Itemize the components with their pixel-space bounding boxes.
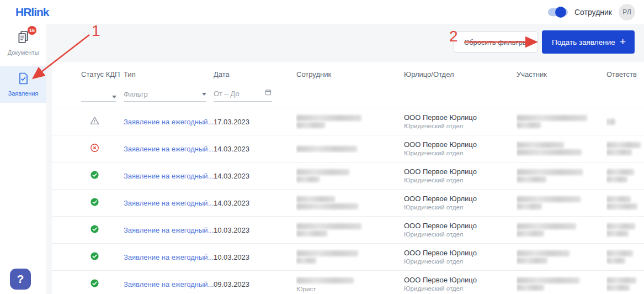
org-cell: ООО Первое Юрлицо Юридический отдел [404,195,517,211]
org-name: ООО Первое Юрлицо [404,276,517,284]
employee-cell [296,167,404,184]
table-row[interactable]: Заявление на ежегодный... 17.03.2023 ООО… [52,108,644,135]
submit-statement-button[interactable]: Подать заявление + [542,30,635,54]
redacted-text [606,223,635,229]
redacted-text [296,223,361,229]
date-range-input[interactable]: От – До [214,88,272,102]
sidebar-item-label: Заявления [0,90,46,97]
redacted-text [606,176,627,182]
status-cell [81,143,124,155]
employee-redacted [296,113,404,130]
responsible-cell [606,140,644,157]
col-header-participant: Участник [517,70,606,78]
status-filter-select[interactable] [81,96,116,102]
participant-cell [517,249,606,265]
chevron-down-icon [112,96,116,98]
participant-cell [517,113,606,130]
org-department: Юридический отдел [404,203,517,211]
status-cell [81,224,124,237]
statement-type-link[interactable]: Заявление на ежегодный... [124,118,214,126]
redacted-text [296,203,358,209]
redacted-text [606,142,641,148]
col-header-date: Дата [214,70,296,78]
org-cell: ООО Первое Юрлицо Юридический отдел [404,140,517,157]
help-button[interactable]: ? [10,269,31,290]
sidebar-item-statements[interactable]: Заявления [0,66,46,103]
responsible-cell [606,117,644,126]
statement-type-link[interactable]: Заявление на ежегодный... [124,145,214,153]
redacted-text [517,285,544,291]
redacted-text [296,115,361,121]
statement-type-link[interactable]: Заявление на ежегодный... [124,253,214,261]
sidebar-item-documents[interactable]: 16 Документы [0,24,46,62]
table-body: Заявление на ежегодный... 17.03.2023 ООО… [52,108,644,294]
status-cell [81,251,124,264]
responsible-redacted [606,167,644,184]
redacted-text [296,176,320,182]
redacted-text [296,250,358,256]
statement-date: 14.03.2023 [214,145,296,153]
redacted-text [296,146,357,152]
org-department: Юридический отдел [404,176,517,184]
redacted-text [296,230,327,237]
statement-date: 10.03.2023 [214,226,296,234]
org-name: ООО Первое Юрлицо [404,167,517,176]
status-cell [81,170,124,182]
redacted-text [517,142,564,148]
sidebar: 16 Документы Заявления ? [0,24,46,294]
statement-type-link[interactable]: Заявление на ежегодный... [124,172,214,180]
org-department: Юридический отдел [404,149,517,157]
redacted-text [517,230,544,237]
avatar[interactable]: РЛ [619,4,635,20]
redacted-text [606,149,632,155]
col-header-org: Юрлицо/Отдел [404,70,517,78]
topbar: HRlink Сотрудник РЛ [0,0,644,24]
statement-type-link[interactable]: Заявление на ежегодный... [124,280,214,288]
status-success-icon [89,170,100,182]
redacted-text [517,115,587,121]
org-department: Юридический отдел [404,230,517,238]
org-name: ООО Первое Юрлицо [404,113,517,122]
table-row[interactable]: Заявление на ежегодный... 14.03.2023 ООО… [52,135,644,162]
org-cell: ООО Первое Юрлицо Юридический отдел [404,167,517,184]
type-filter-select[interactable]: Фильтр [124,90,206,102]
role-toggle[interactable] [548,8,568,16]
main-area: Сбросить фильтры Подать заявление + Стат… [46,24,644,294]
statement-type-link[interactable]: Заявление на ежегодный... [124,226,214,234]
participant-cell [517,222,606,238]
employee-redacted [296,276,404,285]
employee-redacted [296,167,404,184]
table-row[interactable]: Заявление на ежегодный... 09.03.2023 Юри… [52,271,644,294]
question-mark-icon: ? [17,272,24,286]
responsible-cell [606,249,644,265]
responsible-redacted [606,140,644,157]
col-header-status: Статус КДП [81,70,124,78]
responsible-cell [606,222,644,238]
statement-type-link[interactable]: Заявление на ежегодный... [124,199,214,207]
table-row[interactable]: Заявление на ежегодный... 10.03.2023 ООО… [52,217,644,244]
participant-redacted [517,195,606,211]
documents-icon [16,36,30,46]
role-toggle-label: Сотрудник [574,8,612,17]
table-row[interactable]: Заявление на ежегодный... 14.03.2023 ООО… [52,190,644,217]
col-header-employee: Сотрудник [296,70,404,78]
employee-redacted [296,144,404,153]
participant-redacted [517,113,606,130]
status-error-icon [89,143,100,155]
table-row[interactable]: Заявление на ежегодный... 14.03.2023 ООО… [52,162,644,190]
redacted-text [606,277,636,284]
employee-redacted [296,249,404,265]
redacted-text [606,119,615,125]
reset-filters-button[interactable]: Сбросить фильтры [454,32,538,53]
redacted-text [517,203,542,209]
employee-role: Юрист [296,286,404,292]
status-success-icon [89,224,100,237]
redacted-text [606,258,625,264]
toggle-knob [555,7,566,18]
employee-cell [296,113,404,130]
table-row[interactable]: Заявление на ежегодный... 10.03.2023 ООО… [52,244,644,271]
org-name: ООО Первое Юрлицо [404,140,517,149]
employee-redacted [296,222,404,238]
status-cell [81,197,124,209]
responsible-cell [606,195,644,211]
